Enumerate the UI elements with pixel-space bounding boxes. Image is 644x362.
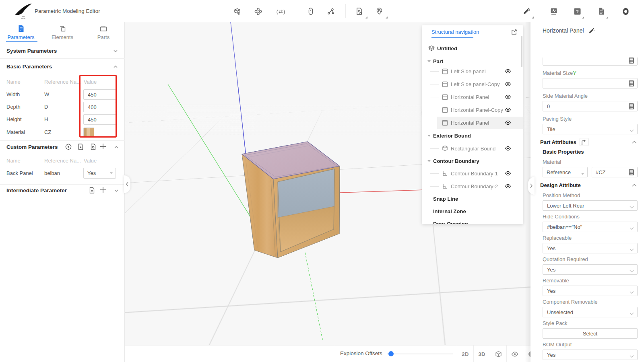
column-name: Name: [6, 158, 21, 164]
settings-circle-icon[interactable]: [65, 143, 72, 150]
view-3d-button[interactable]: 3D: [474, 346, 490, 362]
model-cube-icon[interactable]: [233, 7, 242, 16]
tree-item[interactable]: Horizontal Panel-Copy: [422, 104, 523, 116]
caret-expanded-icon[interactable]: [427, 60, 431, 62]
pattern-flower-icon[interactable]: [254, 7, 262, 16]
tree-item[interactable]: Rectangular Bound: [422, 142, 523, 154]
paving-style-select[interactable]: Tile: [543, 124, 638, 134]
tree-item[interactable]: Horizontal Panel: [422, 91, 523, 103]
chevron-down-icon[interactable]: [112, 47, 119, 55]
formula-calculator-icon[interactable]: [628, 58, 634, 65]
component-removable-select[interactable]: Unselected: [543, 307, 638, 317]
binding-link-icon[interactable]: [306, 7, 315, 16]
visibility-eye-icon[interactable]: [505, 145, 511, 152]
style-pack-label: Style Pack: [543, 320, 638, 327]
position-method-select[interactable]: Lower Left Rear: [543, 200, 638, 211]
attribute-flow-icon[interactable]: [580, 138, 588, 146]
tree-item[interactable]: Left Side panel-Copy: [422, 78, 523, 90]
chevron-up-icon[interactable]: [112, 63, 119, 70]
document-export-icon[interactable]: [355, 7, 363, 16]
swap-arrows-icon[interactable]: (⇄): [274, 7, 288, 16]
scrolled-input[interactable]: [543, 58, 638, 66]
formula-calculator-icon[interactable]: [628, 80, 634, 88]
tree-item[interactable]: Contour Boundary-2: [422, 180, 523, 192]
back-panel-select[interactable]: Yes: [83, 168, 116, 179]
custom-parameters-header[interactable]: Custom Parameters: [6, 144, 58, 150]
file-star-icon[interactable]: [88, 187, 95, 194]
tree-group-contour-boundary[interactable]: Contour Boundary: [422, 155, 523, 167]
bom-output-select[interactable]: Yes: [543, 350, 638, 360]
visibility-eye-icon[interactable]: [505, 119, 511, 126]
view-2d-button[interactable]: 2D: [457, 346, 473, 362]
caret-expanded-icon[interactable]: [427, 135, 431, 137]
caret-expanded-icon[interactable]: [427, 160, 431, 162]
tree-group-snap-line[interactable]: Snap Line: [422, 193, 523, 205]
style-pack-select-button[interactable]: Select: [543, 328, 638, 339]
visibility-eye-icon[interactable]: [505, 183, 511, 189]
dropdown-caret[interactable]: [365, 16, 367, 19]
replaceable-select[interactable]: Yes: [543, 243, 638, 253]
tree-item[interactable]: Left Side panel: [422, 65, 523, 77]
basic-parameters-header[interactable]: Basic Parameters: [6, 64, 52, 70]
visibility-eye-icon[interactable]: [505, 81, 511, 87]
share-nodes-icon[interactable]: [326, 7, 335, 16]
chevron-down-icon: [630, 225, 634, 231]
hide-conditions-select[interactable]: #beiban=="No": [543, 222, 638, 232]
part-attributes-section[interactable]: Part Attributes: [540, 138, 638, 146]
explosion-offsets-slider-track[interactable]: [387, 354, 453, 354]
tree-item-selected[interactable]: Horizontal Panel: [437, 117, 523, 129]
explosion-offsets-slider-knob[interactable]: [388, 351, 394, 356]
system-parameters-header[interactable]: System Parameters: [6, 48, 57, 54]
tree-group-exterior-bound[interactable]: Exterior Bound: [422, 130, 523, 142]
chevron-up-icon[interactable]: [632, 181, 637, 189]
document-icon[interactable]: [597, 7, 606, 16]
tab-elements[interactable]: Elements: [44, 25, 80, 40]
formula-calculator-icon[interactable]: [628, 103, 634, 111]
dropdown-caret[interactable]: [582, 16, 584, 19]
width-value-input[interactable]: [83, 89, 116, 100]
help-icon[interactable]: ?: [573, 7, 582, 16]
add-parameter-icon[interactable]: [99, 186, 107, 193]
intermediate-parameter-header[interactable]: Intermediate Parameter: [6, 187, 67, 193]
material-mode-select[interactable]: Reference: [543, 167, 588, 177]
edit-pencil-icon[interactable]: [522, 7, 531, 16]
chevron-up-icon[interactable]: [113, 144, 120, 151]
chevron-up-icon[interactable]: [632, 138, 637, 146]
visibility-button[interactable]: [507, 346, 523, 362]
popout-icon[interactable]: [511, 29, 518, 35]
structural-navigation-tab[interactable]: Structural navigation: [431, 29, 479, 35]
tab-parts[interactable]: Parts: [85, 25, 122, 40]
activity-monitor-icon[interactable]: [549, 7, 558, 16]
add-parameter-icon[interactable]: [99, 143, 107, 150]
quotation-required-select[interactable]: Yes: [543, 264, 638, 275]
chevron-down-icon[interactable]: [113, 187, 120, 194]
visibility-eye-icon[interactable]: [505, 68, 511, 74]
tree-group-door-opening[interactable]: Door Opening: [422, 218, 523, 224]
material-swatch[interactable]: [83, 128, 94, 137]
design-attribute-section[interactable]: Design Attribute: [540, 181, 638, 189]
rename-pencil-icon[interactable]: [588, 27, 595, 34]
file-star-icon[interactable]: [77, 143, 84, 150]
settings-gear-icon[interactable]: [621, 7, 630, 16]
visibility-eye-icon[interactable]: [505, 94, 511, 100]
tree-group-internal-zone[interactable]: Internal Zone: [422, 205, 523, 217]
user-pin-icon[interactable]: [375, 7, 384, 16]
material-size-input[interactable]: [543, 78, 638, 88]
material-reference-input[interactable]: #CZ: [592, 167, 638, 177]
height-value-input[interactable]: [83, 114, 116, 125]
dropdown-caret[interactable]: [606, 16, 608, 19]
depth-value-input[interactable]: [83, 102, 116, 112]
tree-root-untitled[interactable]: Untitled: [422, 42, 523, 54]
visibility-eye-icon[interactable]: [505, 170, 511, 177]
tree-item[interactable]: Contour Boundary-1: [422, 167, 523, 179]
file-circle-icon[interactable]: [89, 143, 97, 150]
removable-select[interactable]: Yes: [543, 286, 638, 296]
dropdown-caret[interactable]: [386, 16, 388, 19]
isolate-cube-button[interactable]: [490, 346, 506, 362]
collapse-right-panel-handle[interactable]: [528, 177, 535, 195]
formula-calculator-icon[interactable]: [628, 169, 634, 177]
visibility-eye-icon[interactable]: [505, 107, 511, 113]
dropdown-caret[interactable]: [532, 16, 534, 19]
tab-parameters[interactable]: Parameters: [3, 25, 39, 40]
side-material-angle-input[interactable]: 0: [543, 101, 638, 111]
